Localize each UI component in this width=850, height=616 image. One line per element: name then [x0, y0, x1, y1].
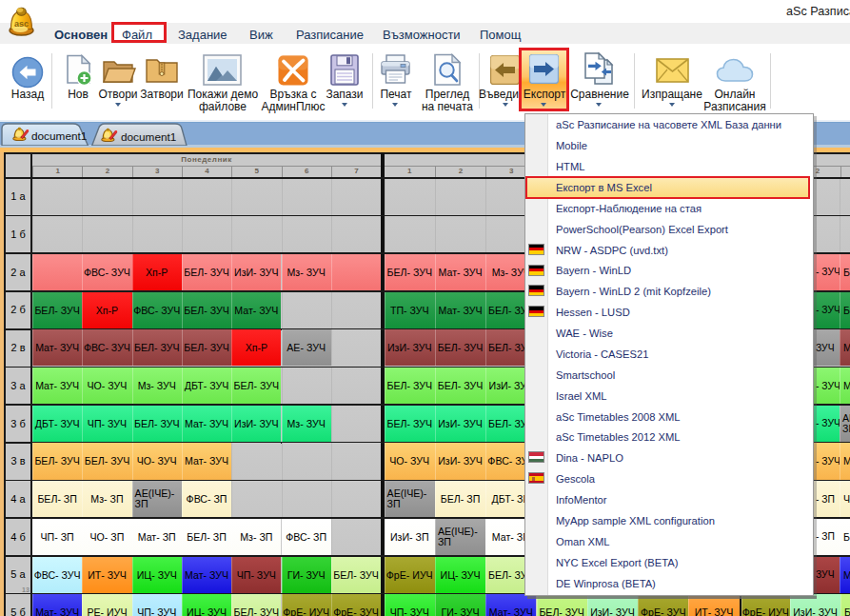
- svg-text:asc: asc: [14, 19, 29, 29]
